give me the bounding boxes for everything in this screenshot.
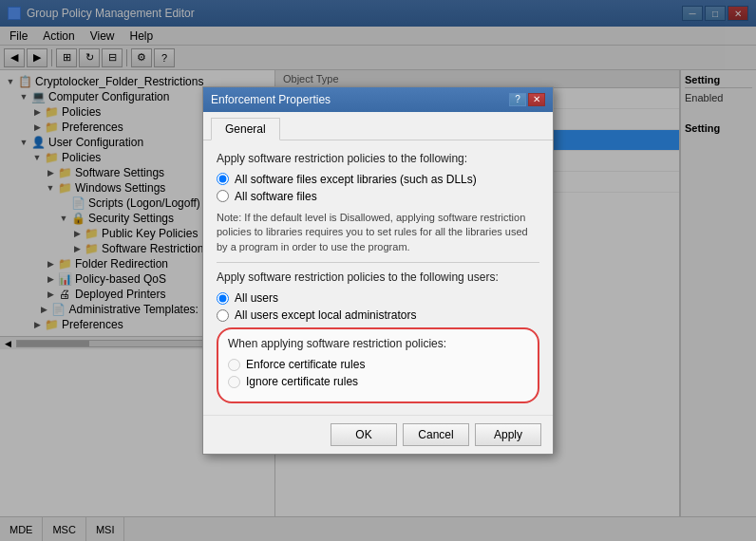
radio-row-all-software: All software files: [217, 190, 539, 203]
dialog-titlebar: Enforcement Properties ? ✕: [203, 87, 553, 112]
label-all-except-admin: All users except local administrators: [235, 308, 416, 322]
radio-row-all-except-libraries: All software files except libraries (suc…: [217, 173, 539, 186]
modal-overlay: Enforcement Properties ? ✕ General Apply…: [0, 0, 756, 541]
divider-1: [217, 262, 539, 263]
apply-button[interactable]: Apply: [475, 423, 541, 446]
radio-row-ignore-cert: Ignore certificate rules: [228, 375, 528, 388]
radio-all-users[interactable]: [217, 292, 229, 305]
certificate-radio-group: Enforce certificate rules Ignore certifi…: [228, 358, 528, 388]
dialog-controls: ? ✕: [509, 93, 545, 106]
radio-ignore-cert[interactable]: [228, 376, 240, 388]
dialog-close-button[interactable]: ✕: [528, 93, 545, 106]
tab-general[interactable]: General: [211, 118, 280, 140]
radio-all-except-admin[interactable]: [217, 309, 229, 322]
apply-users-label: Apply software restriction policies to t…: [217, 270, 539, 284]
users-radio-group: All users All users except local adminis…: [217, 291, 539, 322]
cancel-button[interactable]: Cancel: [403, 423, 469, 446]
apply-policies-label: Apply software restriction policies to t…: [217, 152, 539, 165]
dialog-footer: OK Cancel Apply: [203, 415, 553, 454]
certificate-label: When applying software restriction polic…: [228, 337, 528, 350]
label-enforce-cert: Enforce certificate rules: [246, 358, 365, 371]
radio-row-all-except-admin: All users except local administrators: [217, 308, 539, 322]
label-all-except-libraries: All software files except libraries (suc…: [235, 173, 477, 186]
label-ignore-cert: Ignore certificate rules: [246, 375, 358, 388]
dialog-body: Apply software restriction policies to t…: [203, 140, 553, 415]
radio-all-except-libraries[interactable]: [217, 173, 229, 185]
certificate-section: When applying software restriction polic…: [217, 327, 539, 403]
dialog-title: Enforcement Properties: [211, 93, 331, 106]
dialog-tabs: General: [203, 112, 553, 140]
label-all-users: All users: [235, 291, 278, 305]
label-all-software: All software files: [235, 190, 317, 203]
enforcement-properties-dialog: Enforcement Properties ? ✕ General Apply…: [202, 86, 554, 455]
files-radio-group: All software files except libraries (suc…: [217, 173, 539, 203]
radio-enforce-cert[interactable]: [228, 359, 240, 371]
dialog-help-button[interactable]: ?: [509, 93, 526, 106]
note-text: Note: If the default level is Disallowed…: [217, 211, 539, 254]
radio-all-software[interactable]: [217, 190, 229, 202]
ok-button[interactable]: OK: [331, 423, 397, 446]
radio-row-all-users: All users: [217, 291, 539, 305]
radio-row-enforce-cert: Enforce certificate rules: [228, 358, 528, 371]
